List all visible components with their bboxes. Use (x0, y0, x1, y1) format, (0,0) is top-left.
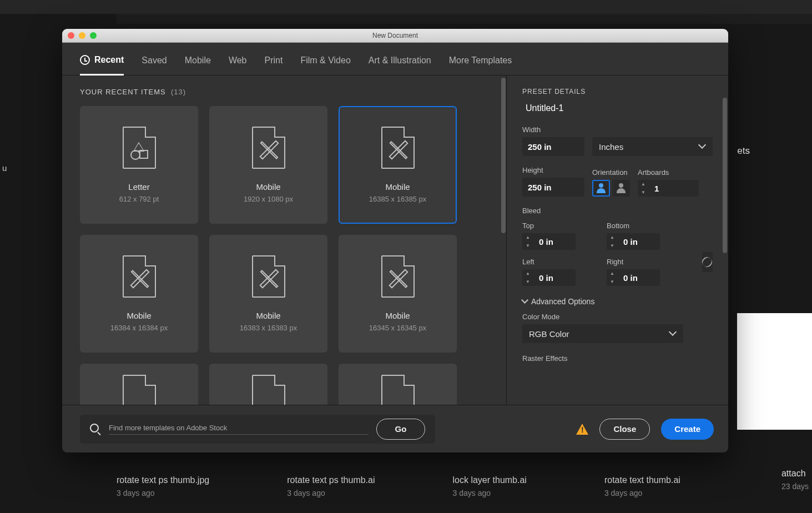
preset-details-panel: PRESET DETAILS Untitled-1 Width Inches H… (506, 76, 728, 405)
raster-effects-label: Raster Effects (522, 354, 713, 363)
tab-recent[interactable]: Recent (80, 51, 124, 76)
document-icon (381, 127, 415, 169)
document-icon (381, 255, 415, 298)
tab-print[interactable]: Print (264, 51, 283, 75)
link-icon (700, 255, 714, 269)
titlebar: New Document (62, 29, 728, 43)
preset-card-mobile[interactable]: Mobile 16383 x 16383 px (209, 235, 327, 353)
bleed-stepper[interactable]: ▲▼ (522, 233, 533, 250)
orientation-portrait[interactable] (592, 180, 610, 197)
document-icon (252, 127, 285, 169)
document-icon (123, 375, 156, 405)
card-title: Mobile (385, 182, 410, 192)
artboards-input[interactable] (649, 180, 699, 197)
bleed-left-input[interactable] (533, 269, 576, 286)
units-select[interactable]: Inches (592, 137, 713, 156)
chevron-down-icon (699, 143, 706, 150)
card-title: Mobile (385, 311, 410, 320)
bleed-right-label: Right (607, 258, 679, 266)
tab-mobile[interactable]: Mobile (185, 51, 211, 75)
bleed-right-input[interactable] (618, 269, 660, 286)
card-title: Letter (128, 182, 149, 192)
search-placeholder: Find more templates on Adobe Stock (109, 424, 369, 435)
card-title: Mobile (256, 182, 280, 192)
document-icon (123, 255, 156, 298)
scrollbar[interactable] (501, 76, 506, 405)
document-icon (252, 255, 285, 298)
preset-card-mobile[interactable]: Mobile 16384 x 16384 px (80, 235, 198, 353)
bleed-stepper[interactable]: ▲▼ (607, 269, 618, 286)
orientation-label: Orientation (592, 168, 630, 177)
chevron-down-icon (670, 330, 677, 337)
tab-more-templates[interactable]: More Templates (449, 51, 512, 75)
document-icon (381, 375, 415, 405)
card-dimensions: 16385 x 16385 px (369, 195, 426, 203)
warning-icon[interactable] (576, 424, 588, 435)
color-mode-label: Color Mode (522, 313, 713, 321)
bleed-label: Bleed (522, 207, 713, 215)
clock-icon (80, 55, 90, 65)
card-dimensions: 1920 x 1080 px (244, 195, 293, 203)
card-dimensions: 16345 x 16345 px (369, 324, 426, 332)
document-icon (252, 375, 285, 405)
link-bleed-button[interactable] (702, 252, 713, 272)
preset-name[interactable]: Untitled-1 (526, 103, 713, 113)
landscape-icon (617, 183, 626, 193)
new-document-dialog: New Document Recent Saved Mobile Web Pri… (62, 29, 728, 452)
advanced-options-toggle[interactable]: Advanced Options (522, 297, 713, 306)
color-mode-select[interactable]: RGB Color (522, 324, 683, 343)
document-icon (123, 127, 156, 169)
bleed-top-label: Top (522, 222, 594, 230)
preset-card-mobile[interactable]: Mobile 16385 x 16385 px (339, 106, 457, 224)
preset-details-header: PRESET DETAILS (522, 88, 713, 95)
bleed-left-label: Left (522, 258, 594, 266)
height-label: Height (522, 166, 584, 174)
preset-card-partial[interactable] (80, 364, 198, 405)
tab-web[interactable]: Web (229, 51, 247, 75)
card-dimensions: 16384 x 16384 px (110, 324, 168, 332)
adobe-stock-search[interactable]: Find more templates on Adobe Stock Go (80, 415, 435, 444)
search-icon (90, 424, 101, 435)
close-button[interactable]: Close (599, 419, 650, 440)
bg-text: ets (737, 145, 750, 157)
width-label: Width (522, 125, 713, 134)
window-title: New Document (62, 32, 728, 39)
card-dimensions: 612 x 792 pt (119, 195, 159, 203)
preset-card-mobile[interactable]: Mobile 16345 x 16345 px (339, 235, 457, 353)
bleed-top-input[interactable] (533, 233, 576, 250)
bg-thumbnail (737, 313, 812, 430)
card-title: Mobile (256, 311, 280, 320)
preset-card-partial[interactable] (209, 364, 327, 405)
tab-saved[interactable]: Saved (142, 51, 167, 75)
tab-art-illustration[interactable]: Art & Illustration (369, 51, 431, 75)
preset-grid-panel: YOUR RECENT ITEMS (13) Letter 612 x 792 … (62, 76, 506, 405)
section-title: YOUR RECENT ITEMS (13) (80, 88, 488, 96)
bleed-bottom-label: Bottom (607, 222, 679, 230)
bleed-stepper[interactable]: ▲▼ (607, 233, 618, 250)
bleed-bottom-input[interactable] (618, 233, 660, 250)
portrait-icon (597, 183, 606, 193)
card-title: Mobile (127, 311, 151, 320)
width-input[interactable] (522, 137, 584, 156)
artboards-stepper[interactable]: ▲▼ (638, 180, 649, 197)
preset-card-letter[interactable]: Letter 612 x 792 pt (80, 106, 198, 224)
bleed-stepper[interactable]: ▲▼ (522, 269, 533, 286)
preset-card-partial[interactable] (339, 364, 457, 405)
height-input[interactable] (522, 178, 584, 197)
dialog-footer: Find more templates on Adobe Stock Go Cl… (62, 405, 728, 452)
orientation-landscape[interactable] (612, 180, 630, 197)
tab-film-video[interactable]: Film & Video (300, 51, 350, 75)
scrollbar[interactable] (723, 98, 727, 253)
card-dimensions: 16383 x 16383 px (240, 324, 297, 332)
category-tabs: Recent Saved Mobile Web Print Film & Vid… (62, 43, 728, 76)
artboards-label: Artboards (638, 168, 713, 177)
bg-text: u (2, 163, 7, 173)
preset-card-mobile[interactable]: Mobile 1920 x 1080 px (209, 106, 327, 224)
chevron-down-icon (522, 299, 528, 304)
bg-file-list: rotate text ps thumb.jpg3 days ago rotat… (0, 475, 812, 497)
go-button[interactable]: Go (376, 419, 425, 440)
create-button[interactable]: Create (661, 419, 714, 440)
